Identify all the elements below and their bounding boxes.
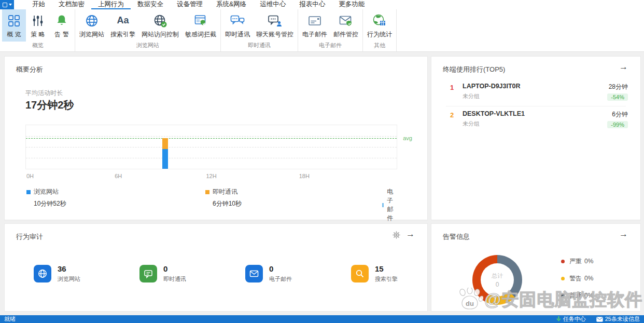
ribbon-item-behavior-stats[interactable]: 行为统计 [364,9,395,42]
mail-icon [307,12,322,29]
panel-alert-info: 告警信息 → 总计 0 严重 0% 警告 0% 普通 0% [431,223,641,312]
x-tick: 18H [299,173,310,179]
tab-start[interactable]: 开始 [25,0,52,9]
legend-label: 即时通讯 [213,187,237,196]
ribbon-item-mail-control[interactable]: 邮件管控 [330,9,361,42]
arrow-right-icon[interactable]: → [619,62,628,71]
alert-donut-chart: 总计 0 [472,255,522,305]
ribbon-item-alarm[interactable]: 告 警 [50,9,74,42]
chart-legend: 浏览网站 10分钟52秒 即时通讯 6分钟10秒 电子邮件 0秒 [25,187,397,212]
svg-text:Aa: Aa [117,15,129,25]
ribbon-item-im[interactable]: 即时通讯 [222,9,253,42]
x-tick: 6H [115,173,122,179]
stat-value: 15 [375,264,398,273]
ribbon-item-overview[interactable]: 概 览 [2,9,26,42]
legend-item-warning: 警告 0% [561,275,593,281]
legend-value: 0% [584,292,593,299]
gear-icon[interactable] [393,231,400,240]
chat-bubbles-icon [230,12,245,29]
ribbon-group-label: 其他 [363,42,396,51]
ribbon-item-browse-sites[interactable]: 浏览网站 [76,9,107,42]
Aa-text-icon: Aa [116,12,130,29]
legend-value: 0% [584,258,593,265]
ribbon-item-label: 即时通讯 [225,30,250,39]
message-icon [596,317,603,322]
ribbon-item-im-account[interactable]: 聊天账号管控 [253,9,297,42]
ribbon-item-label: 浏览网站 [79,30,104,39]
legend-swatch [382,203,384,207]
ribbon-item-sensitive-words[interactable]: 敏感词拦截 [182,9,219,42]
globe-check-icon [153,12,167,29]
audit-card-browse[interactable]: 36 浏览网站 [34,264,139,283]
stat-label: 即时通讯 [163,275,186,283]
panel-title: 终端使用排行(TOP5) [443,65,505,74]
terminal-group: 未分组 [463,120,525,128]
ribbon: 概 览 策 略 告 警 概览 [0,9,644,52]
legend-value: 6分钟10秒 [213,199,242,208]
audit-cards: 36 浏览网站 0 即时通讯 [34,264,457,283]
unread-messages-button[interactable]: 25条未读信息 [596,315,640,323]
tab-doc-encrypt[interactable]: 文档加密 [52,0,91,9]
tab-internet-behavior[interactable]: 上网行为 [91,0,131,9]
x-tick: 12H [206,173,216,179]
terminal-name: DESKTOP-VLKTLE1 [463,110,525,117]
alert-legend: 严重 0% 警告 0% 普通 0% [561,258,593,309]
ranking-row[interactable]: 1 LAPTOP-D9J3IT0R 未分组 28分钟 -54% [450,83,628,101]
stacked-bar [162,138,168,169]
ribbon-item-label: 网站访问控制 [142,30,179,39]
terminal-name: LAPTOP-D9J3IT0R [463,83,521,90]
stat-value: 36 [58,264,80,273]
chat-icon [139,265,157,282]
delta-badge: -99% [607,121,628,128]
tab-system-network[interactable]: 系统&网络 [209,0,253,9]
usage-time: 6分钟 [607,110,628,119]
ribbon-item-email[interactable]: 电子邮件 [299,9,330,42]
arrow-right-icon[interactable]: → [619,230,628,238]
gridline [26,147,397,147]
avg-line-label: avg [403,135,412,141]
stat-label: 浏览网站 [58,275,80,283]
legend-item-severe: 严重 0% [561,258,593,264]
ribbon-item-label: 策 略 [31,30,45,39]
legend-label: 电子邮件 [387,187,397,223]
ribbon-item-search-engine[interactable]: Aa 搜索引擎 [107,9,138,42]
legend-swatch [26,190,31,194]
tab-data-security[interactable]: 数据安全 [131,0,170,9]
sliders-icon [31,12,45,29]
ribbon-group-label: 概览 [1,42,75,51]
arrow-right-icon[interactable]: → [406,230,415,238]
task-center-button[interactable]: 任务中心 [556,315,586,323]
tab-ops-center[interactable]: 运维中心 [253,0,292,9]
donut-center-value: 0 [496,281,499,288]
legend-swatch [205,190,209,194]
app-menu-button[interactable] [0,0,14,9]
panel-title: 告警信息 [443,232,470,241]
chevron-down-icon [9,4,12,6]
audit-card-email[interactable]: 0 电子邮件 [245,264,351,283]
chat-user-icon [267,12,283,29]
search-icon [351,265,369,282]
globe-icon [34,265,51,282]
bell-icon [55,12,68,29]
menu-tabs: 开始 文档加密 上网行为 数据安全 设备管理 系统&网络 运维中心 报表中心 更… [25,0,371,9]
tab-report-center[interactable]: 报表中心 [292,0,332,9]
stat-label: 电子邮件 [269,275,292,283]
x-axis-ticks: 0H 6H 12H 18H [25,173,397,180]
status-bar: 就绪 任务中心 25条未读信息 [0,315,644,323]
activity-bar-chart: avg [25,125,397,169]
bar-segment-im [162,138,168,149]
tab-more[interactable]: 更多功能 [332,0,371,9]
legend-label: 普通 [569,291,582,300]
tab-device-mgmt[interactable]: 设备管理 [170,0,209,9]
avg-line [26,138,397,139]
ribbon-item-policy[interactable]: 策 略 [26,9,50,42]
ribbon-group-label: 即时通讯 [221,42,298,51]
metric-value: 17分钟2秒 [25,98,74,112]
audit-card-im[interactable]: 0 即时通讯 [139,264,245,283]
ribbon-item-label: 搜索引擎 [110,30,135,39]
legend-value: 10分钟52秒 [34,199,66,208]
ribbon-group-other: 行为统计 其他 [363,9,397,51]
ribbon-item-site-access-control[interactable]: 网站访问控制 [138,9,182,42]
panel-title: 行为审计 [16,232,43,241]
ranking-row[interactable]: 2 DESKTOP-VLKTLE1 未分组 6分钟 -99% [450,110,628,129]
